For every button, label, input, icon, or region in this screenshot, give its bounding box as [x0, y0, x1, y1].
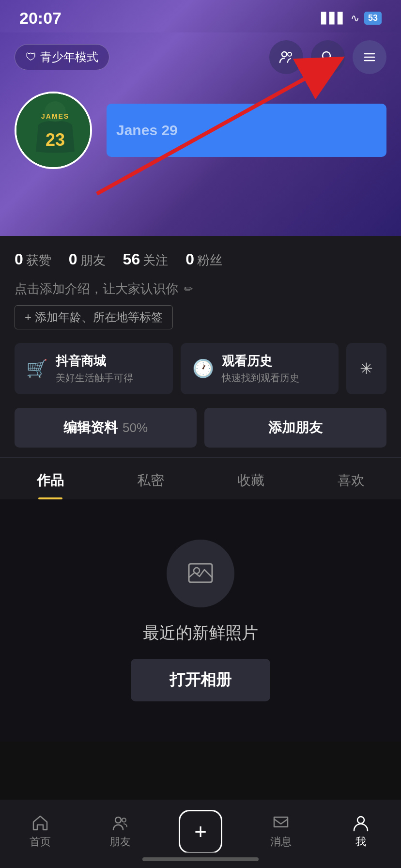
star-icon: ✳	[360, 359, 373, 378]
likes-count: 0	[15, 250, 23, 268]
username-box: Janes 29	[107, 104, 386, 157]
tab-collection[interactable]: 收藏	[200, 458, 301, 499]
likes-label: 获赞	[26, 252, 51, 269]
svg-point-0	[282, 52, 287, 57]
shop-title: 抖音商城	[56, 353, 133, 370]
plus-button[interactable]: +	[179, 810, 222, 853]
history-title: 观看历史	[222, 353, 299, 370]
following-label: 关注	[143, 252, 168, 269]
shop-text: 抖音商城 美好生活触手可得	[56, 353, 133, 385]
wifi-icon: ∿	[351, 12, 359, 25]
status-time: 20:07	[19, 9, 62, 28]
action-buttons: 编辑资料 50% 添加朋友	[15, 408, 386, 448]
quick-actions: 🛒 抖音商城 美好生活触手可得 🕐 观看历史 快速找到观看历史 ✳	[15, 343, 386, 394]
avatar[interactable]: 23 JAMES	[15, 92, 92, 169]
profile-row: 23 JAMES Janes 29	[0, 82, 401, 184]
shop-icon: 🛒	[26, 358, 48, 379]
add-tag-button[interactable]: + 添加年龄、所在地等标签	[15, 305, 173, 329]
open-album-button[interactable]: 打开相册	[131, 659, 270, 701]
fans-count: 0	[185, 250, 194, 268]
nav-me[interactable]: 我	[321, 814, 401, 849]
friends-icon-button[interactable]	[269, 40, 303, 74]
nav-messages-label: 消息	[270, 835, 292, 849]
hero-section: 🛡 青少年模式	[0, 32, 401, 236]
history-subtitle: 快速找到观看历史	[222, 372, 299, 385]
svg-text:23: 23	[46, 130, 65, 150]
quick-action-history[interactable]: 🕐 观看历史 快速找到观看历史	[181, 343, 339, 394]
add-tag-label: + 添加年龄、所在地等标签	[25, 310, 163, 325]
following-count: 56	[123, 250, 140, 268]
svg-text:JAMES: JAMES	[41, 112, 69, 120]
edit-progress: 50%	[123, 420, 148, 435]
nav-icons	[269, 40, 386, 74]
status-bar: 20:07 ▋▋▋ ∿ 53	[0, 0, 401, 32]
search-icon-button[interactable]	[311, 40, 345, 74]
stat-likes[interactable]: 0 获赞	[15, 250, 51, 269]
nav-plus[interactable]: +	[160, 810, 241, 853]
stat-fans[interactable]: 0 粉丝	[185, 250, 222, 269]
bio-row[interactable]: 点击添加介绍，让大家认识你 ✏	[15, 280, 386, 297]
empty-title: 最近的新鲜照片	[143, 622, 258, 644]
svg-line-3	[329, 59, 334, 63]
status-icons: ▋▋▋ ∿ 53	[321, 12, 382, 25]
username-text: Janes 29	[116, 122, 178, 139]
add-friend-label: 添加朋友	[268, 418, 323, 437]
nav-friends[interactable]: 朋友	[80, 814, 161, 849]
open-album-label: 打开相册	[170, 671, 231, 688]
content-area: 最近的新鲜照片 打开相册	[0, 499, 401, 742]
empty-state-icon	[167, 540, 234, 607]
fans-label: 粉丝	[197, 252, 222, 269]
tab-likes[interactable]: 喜欢	[301, 458, 401, 499]
home-indicator	[142, 857, 259, 861]
quick-action-shop[interactable]: 🛒 抖音商城 美好生活触手可得	[15, 343, 173, 394]
tabs-row: 作品 私密 收藏 喜欢	[0, 458, 401, 499]
nav-messages[interactable]: 消息	[241, 814, 321, 849]
svg-point-15	[115, 817, 121, 823]
bio-text: 点击添加介绍，让大家认识你	[15, 280, 178, 297]
history-text: 观看历史 快速找到观看历史	[222, 353, 299, 385]
nav-home-label: 首页	[30, 835, 51, 849]
stat-friends[interactable]: 0 朋友	[69, 250, 106, 269]
youth-mode-label: 青少年模式	[40, 49, 98, 65]
svg-point-16	[122, 818, 126, 822]
svg-point-1	[288, 52, 292, 56]
tags-row: + 添加年龄、所在地等标签	[15, 305, 386, 329]
top-nav: 🛡 青少年模式	[0, 32, 401, 82]
nav-me-label: 我	[355, 835, 366, 849]
add-friend-button[interactable]: 添加朋友	[204, 408, 386, 448]
stats-section: 0 获赞 0 朋友 56 关注 0 粉丝 点击添加介绍，让大家认识你 ✏ + 添…	[0, 236, 401, 457]
tabs-section: 作品 私密 收藏 喜欢	[0, 457, 401, 499]
edit-profile-button[interactable]: 编辑资料 50%	[15, 408, 197, 448]
edit-profile-label: 编辑资料	[63, 418, 118, 437]
youth-shield-icon: 🛡	[26, 51, 36, 63]
friends-count: 0	[69, 250, 77, 268]
edit-bio-icon: ✏	[184, 283, 193, 295]
battery-badge: 53	[364, 12, 382, 25]
nav-friends-label: 朋友	[109, 835, 131, 849]
friends-label: 朋友	[80, 252, 106, 269]
tab-works[interactable]: 作品	[0, 458, 100, 499]
signal-icon: ▋▋▋	[321, 12, 346, 25]
plus-icon: +	[194, 820, 207, 844]
quick-action-star[interactable]: ✳	[346, 343, 386, 394]
stats-row: 0 获赞 0 朋友 56 关注 0 粉丝	[15, 250, 386, 269]
svg-rect-13	[189, 564, 212, 582]
nav-home[interactable]: 首页	[0, 814, 80, 849]
youth-mode-badge[interactable]: 🛡 青少年模式	[15, 44, 109, 70]
tab-private[interactable]: 私密	[100, 458, 200, 499]
stat-following[interactable]: 56 关注	[123, 250, 169, 269]
history-icon: 🕐	[192, 358, 214, 379]
svg-point-17	[357, 817, 364, 823]
menu-icon-button[interactable]	[353, 40, 386, 74]
shop-subtitle: 美好生活触手可得	[56, 372, 133, 385]
